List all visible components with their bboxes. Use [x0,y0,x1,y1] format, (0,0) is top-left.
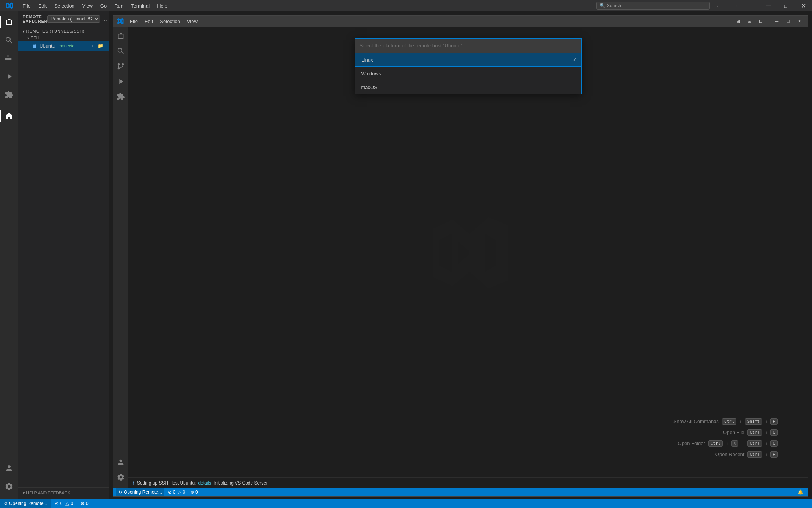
quick-pick-list: Linux Windows macOS [355,53,581,94]
info-icon: ℹ [133,480,135,486]
help-feedback-link[interactable]: ▾ HELP AND FEEDBACK [18,487,109,499]
ssh-header[interactable]: ▾ SSH [18,35,109,41]
platform-windows-item[interactable]: Windows [355,67,581,80]
inner-ports-item[interactable]: ⊕ 0 [189,488,199,496]
chevron-right-icon: ▾ [23,491,26,495]
inner-menu-selection[interactable]: Selection [157,18,183,25]
notification-link[interactable]: details [198,480,211,486]
linux-label: Linux [362,57,373,63]
menu-file[interactable]: File [19,0,34,11]
outer-ports-count: 0 [86,501,89,506]
inner-close-button[interactable]: ✕ [794,17,805,25]
activity-extensions[interactable] [0,86,18,104]
remote-dropdown[interactable]: Remotes (Tunnels/S [47,15,100,23]
titlebar: File Edit Selection View Go Run Terminal… [0,0,812,11]
opening-remote-label: Opening Remote... [124,489,162,495]
svg-point-2 [118,63,120,66]
inner-window-controls: ⊞ ⊟ ⊡ ─ □ ✕ [733,17,805,25]
inner-menu-edit[interactable]: Edit [142,18,156,25]
help-feedback-label: HELP AND FEEDBACK [26,491,70,495]
inner-errors-item[interactable]: ⊘ 0 △ 0 [167,488,187,496]
activity-run-debug[interactable] [0,67,18,86]
outer-error-count: 0 [60,501,63,506]
remotes-section: ▾ REMOTES (TUNNELS/SSH) ▾ SSH 🖥 Ubuntu c… [18,27,109,53]
ssh-subsection: ▾ SSH 🖥 Ubuntu connected → 📁 [18,34,109,52]
ssh-label: SSH [31,36,39,40]
inner-vscode-window: File Edit Selection View ⊞ ⊟ ⊡ ─ □ ✕ [113,15,808,497]
activity-explorer[interactable] [0,13,18,31]
activity-accounts[interactable] [0,459,18,477]
kbd-p: P [770,418,778,425]
menu-go[interactable]: Go [97,0,111,11]
quick-pick-input-row [355,39,581,53]
inner-split-editor-icon[interactable]: ⊟ [744,17,755,25]
kbd-ctrl-4: Ctrl [747,440,762,447]
connect-new-window-action[interactable]: → [88,42,96,50]
outer-errors-item[interactable]: ⊘ 0 △ 0 [51,499,77,508]
inner-act-accounts[interactable] [113,455,128,470]
open-folder-action[interactable]: 📁 [97,42,104,50]
error-icon: ⊘ [168,489,172,495]
remote-icon: ↻ [4,501,8,506]
outer-ports-item[interactable]: ⊕ 0 [77,499,92,508]
inner-opening-remote-btn[interactable]: ↻ Opening Remote... [116,488,164,496]
activity-source-control[interactable] [0,49,18,67]
inner-act-source-control[interactable] [113,59,128,74]
ubuntu-item-actions: → 📁 [88,42,104,50]
inner-titlebar: File Edit Selection View ⊞ ⊟ ⊡ ─ □ ✕ [113,16,808,27]
more-actions-icon[interactable]: ... [102,16,107,22]
shortcut-open-file: Open File Ctrl + O [673,429,778,436]
titlebar-search-box[interactable]: 🔍 Search [596,2,710,10]
kbd-r: R [770,451,778,458]
ubuntu-item[interactable]: 🖥 Ubuntu connected → 📁 [18,41,109,51]
open-file-label: Open File [723,430,744,435]
inner-customize-layout-icon[interactable]: ⊡ [756,17,766,25]
outer-status-left: ↻ Opening Remote... ⊘ 0 △ 0 ⊕ 0 [0,499,92,508]
notification-rest: Initializing VS Code Server [214,480,268,486]
inner-menu-view[interactable]: View [184,18,201,25]
minimize-button[interactable]: ─ [760,0,777,11]
open-folder-label: Open Folder [678,441,705,446]
menu-edit[interactable]: Edit [34,0,50,11]
inner-act-search[interactable] [113,44,128,59]
platform-select-input[interactable] [360,43,577,48]
maximize-button[interactable]: □ [777,0,795,11]
titlebar-menu: File Edit Selection View Go Run Terminal… [19,0,596,11]
activity-search[interactable] [0,31,18,49]
search-icon: 🔍 [600,3,605,8]
outer-remote-btn[interactable]: ↻ Opening Remote... [0,499,51,508]
menu-run[interactable]: Run [111,0,127,11]
menu-terminal[interactable]: Terminal [127,0,153,11]
nav-back-button[interactable]: ← [710,0,727,11]
inner-minimize-button[interactable]: ─ [771,17,782,25]
activity-remote-explorer[interactable] [0,107,18,125]
activity-settings[interactable] [0,477,18,495]
warning-count: 0 [182,489,185,495]
inner-statusbar: ↻ Opening Remote... ⊘ 0 △ 0 ⊕ 0 🔔 [113,488,808,496]
platform-macos-item[interactable]: macOS [355,80,581,94]
activity-bar [0,11,18,499]
nav-forward-button[interactable]: → [727,0,745,11]
menu-help[interactable]: Help [153,0,171,11]
inner-status-left: ↻ Opening Remote... ⊘ 0 △ 0 ⊕ 0 [116,488,199,496]
inner-editor-layout-icon[interactable]: ⊞ [733,17,743,25]
inner-notifications-item[interactable]: 🔔 [796,488,805,496]
menu-selection[interactable]: Selection [50,0,78,11]
menu-view[interactable]: View [78,0,97,11]
inner-act-settings[interactable] [113,470,128,485]
inner-act-explorer[interactable] [113,28,128,44]
inner-maximize-button[interactable]: □ [783,17,793,25]
macos-label: macOS [361,84,377,90]
close-button[interactable]: ✕ [795,0,812,11]
inner-act-extensions[interactable] [113,89,128,104]
inner-act-run[interactable] [113,74,128,89]
vscode-logo-icon [6,2,13,9]
kbd-shift: Shift [745,418,762,425]
remotes-section-header[interactable]: ▾ REMOTES (TUNNELS/SSH) [18,28,109,34]
kbd-k: K [731,440,739,447]
ports-count: 0 [195,489,198,495]
outer-opening-remote-label: Opening Remote... [9,501,47,506]
inner-menu-file[interactable]: File [127,18,141,25]
platform-linux-item[interactable]: Linux [355,53,581,67]
svg-point-1 [122,63,124,66]
